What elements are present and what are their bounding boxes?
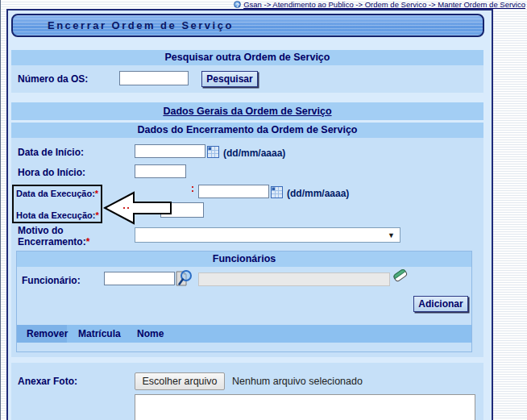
column-header-matricula: Matrícula: [78, 328, 121, 339]
closing-data-header: Dados do Encerramento da Ordem de Serviç…: [11, 123, 483, 138]
reason-select[interactable]: ▼: [135, 227, 400, 243]
employee-id-input[interactable]: [104, 272, 175, 285]
start-date-format-hint: (dd/mm/aaaa): [223, 148, 285, 159]
os-number-label: Número da OS:: [18, 73, 88, 85]
annotation-arrow: [103, 190, 172, 226]
start-time-input[interactable]: [135, 164, 186, 178]
chevron-down-icon: ▼: [388, 231, 395, 239]
red-colon-artifact: [192, 190, 193, 192]
file-status-text: Nenhum arquivo selecionado: [232, 376, 363, 387]
start-time-label: Hora do Início:: [18, 167, 85, 178]
employee-name-field: [198, 272, 390, 286]
employee-label: Funcionário:: [22, 275, 81, 286]
calendar-icon-start-date[interactable]: [207, 146, 219, 158]
search-lookup-icon[interactable]: [174, 268, 193, 288]
exec-date-label: Data da Execução:*: [16, 189, 98, 198]
reason-label-line1: Motivo do: [18, 225, 64, 236]
file-input-button[interactable]: Escolher arquivo: [135, 372, 225, 390]
employees-header: Funcionários: [17, 252, 471, 267]
red-dot-artifact: [127, 207, 129, 209]
column-header-nome: Nome: [137, 328, 164, 339]
pesquisar-button[interactable]: Pesquisar: [201, 71, 258, 87]
page-title-bar: Encerrar Ordem de Serviço: [11, 14, 484, 37]
search-os-header: Pesquisar outra Ordem de Serviço: [11, 50, 483, 65]
annotation-box: Data da Execução:* Hota da Execução:*: [12, 185, 102, 223]
breadcrumb-link[interactable]: Gsan -> Atendimento ao Publico -> Ordem …: [243, 0, 525, 9]
general-data-link[interactable]: Dados Gerais da Ordem de Serviço: [11, 102, 483, 120]
breadcrumb: ? Gsan -> Atendimento ao Publico -> Orde…: [234, 0, 525, 9]
start-date-input[interactable]: [135, 144, 205, 158]
gsan-order-close-page: ? Gsan -> Atendimento ao Publico -> Orde…: [0, 0, 527, 420]
eraser-icon[interactable]: [392, 267, 409, 285]
adicionar-button[interactable]: Adicionar: [413, 296, 468, 312]
calendar-icon-exec-date[interactable]: [271, 186, 283, 198]
red-colon-artifact: [192, 186, 193, 188]
exec-date-format-hint: (dd/mm/aaaa): [287, 188, 349, 199]
attach-photo-label: Anexar Foto:: [18, 376, 77, 387]
start-date-label: Data de Início:: [18, 147, 84, 158]
exec-date-input[interactable]: [198, 185, 269, 198]
notes-textarea[interactable]: [135, 394, 475, 420]
exec-time-label: Hota da Execução:*: [16, 210, 99, 220]
os-number-input[interactable]: [119, 71, 189, 85]
page-title: Encerrar Ordem de Serviço: [48, 19, 234, 31]
window-left-edge: [0, 0, 1, 420]
red-dot-artifact: [123, 207, 125, 209]
column-header-remover: Remover: [27, 328, 68, 339]
reason-label-line2: Encerramento:*: [18, 236, 89, 247]
help-icon[interactable]: ?: [234, 1, 241, 8]
